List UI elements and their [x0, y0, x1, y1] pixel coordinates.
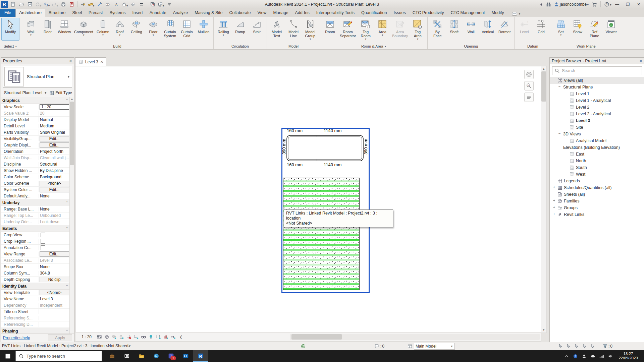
property-value[interactable]: None — [39, 194, 70, 198]
tree-item-level-1-analytical[interactable]: Level 1 - Analytical — [550, 97, 644, 104]
edit-type-button[interactable]: Edit Type — [49, 90, 72, 96]
taskbar-app-edge[interactable] — [149, 350, 164, 362]
ribbon-button-grid[interactable]: Grid — [533, 18, 549, 35]
section-icon[interactable] — [129, 0, 137, 8]
tree-item-east[interactable]: East — [550, 151, 644, 158]
restore-button[interactable]: ❐ — [623, 0, 633, 9]
ribbon-button-mullion[interactable]: Mullion — [195, 18, 212, 35]
start-button[interactable] — [0, 350, 15, 362]
ribbon-button-viewer[interactable]: Viewer — [603, 18, 620, 35]
tray-volume-icon[interactable] — [606, 350, 614, 362]
detail-level-icon[interactable] — [96, 334, 103, 340]
tray-chevron-icon[interactable] — [562, 350, 571, 362]
minimize-button[interactable]: — — [612, 0, 623, 9]
tree-item-west[interactable]: West — [550, 171, 644, 178]
zoom-2d-icon[interactable]: 2D — [524, 81, 534, 90]
property-value[interactable]: Look down — [39, 220, 70, 224]
crop-view-icon[interactable] — [125, 334, 132, 340]
ribbon-button-wall[interactable]: Wall▼ — [22, 18, 39, 37]
tab-quantification[interactable]: Quantification — [358, 9, 390, 17]
ribbon-button-shaft[interactable]: Shaft — [446, 18, 463, 35]
print-icon[interactable] — [59, 0, 67, 8]
tree-item-level-1[interactable]: Level 1 — [550, 90, 644, 97]
property-checkbox[interactable] — [41, 239, 45, 244]
file-doc-icon[interactable] — [9, 0, 17, 8]
property-edit-button[interactable]: Edit... — [40, 142, 69, 148]
collapse-left-icon[interactable] — [539, 2, 543, 7]
selection-filter[interactable]: :0 — [602, 344, 612, 349]
ribbon-button-ref-plane[interactable]: Ref Plane — [586, 18, 603, 39]
section-header-extents[interactable]: Extents⌃ — [1, 225, 70, 232]
undo-icon[interactable]: ▼ — [43, 0, 51, 8]
collapse-section-icon[interactable]: ⌃ — [66, 284, 68, 288]
section-header-phasing[interactable]: Phasing⌃ — [1, 328, 70, 334]
print-setup-icon[interactable] — [68, 0, 76, 8]
property-edit-button[interactable]: Edit... — [40, 251, 69, 257]
property-edit-button[interactable]: Edit... — [40, 136, 69, 141]
tree-item-schedules-quantities-all-[interactable]: +Schedules/Quantities (all) — [550, 184, 644, 191]
horizontal-scrollbar[interactable] — [290, 334, 540, 340]
tab-view[interactable]: View — [254, 9, 270, 17]
ribbon-button-vertical-opening[interactable]: Vertical — [479, 18, 496, 35]
browser-search-input[interactable]: Search — [552, 66, 642, 75]
canvas[interactable]: 160 mm 1140 mm 390 mm 390 mm 160 mm 1140… — [75, 66, 541, 333]
measure-icon[interactable]: ▼ — [87, 0, 95, 8]
property-edit-button[interactable]: <None> — [40, 290, 69, 295]
temporary-hide-isolate-icon[interactable] — [147, 334, 155, 340]
ribbon-panel-title[interactable]: Datum — [515, 43, 551, 49]
ribbon-button-component[interactable]: Component▼ — [73, 18, 95, 37]
expand-icon[interactable]: + — [552, 212, 556, 216]
search-binoculars-icon[interactable] — [546, 2, 551, 7]
tree-item-level-2-analytical[interactable]: Level 2 - Analytical — [550, 111, 644, 117]
thin-lines-icon[interactable] — [138, 0, 146, 8]
tab-steel[interactable]: Steel — [69, 9, 86, 17]
tree-item-3d-views[interactable]: −3D Views — [550, 131, 644, 137]
ribbon-button-curtain-grid[interactable]: Curtain Grid — [178, 18, 195, 39]
scroll-down-icon[interactable]: ▼ — [541, 327, 546, 333]
tree-item-families[interactable]: +Families — [550, 198, 644, 204]
tree-item-south[interactable]: South — [550, 164, 644, 171]
scrollbar-thumb[interactable] — [541, 71, 546, 102]
show-analytical-model-icon[interactable] — [162, 334, 169, 340]
signed-in-user[interactable]: jasoncolcombe▼ — [554, 2, 589, 7]
ribbon-button-window[interactable]: Window — [56, 18, 73, 35]
tab-architecture[interactable]: Architecture — [15, 9, 45, 17]
section-header-underlay[interactable]: Underlay⌃ — [1, 199, 70, 206]
modify-pin-icon[interactable] — [79, 0, 87, 8]
property-value[interactable]: 304.8 — [39, 271, 70, 276]
properties-close-icon[interactable]: ✕ — [69, 59, 72, 63]
property-edit-button[interactable]: Edit... — [40, 187, 69, 192]
tab-structure[interactable]: Structure — [45, 9, 69, 17]
tab-systems[interactable]: Systems — [106, 9, 129, 17]
property-value[interactable]: Unbounded — [39, 213, 70, 218]
switch-windows-icon[interactable]: ▼ — [157, 0, 165, 8]
tray-help-icon[interactable]: ? — [571, 350, 580, 362]
show-desktop-button[interactable] — [642, 350, 644, 362]
ribbon-panel-title[interactable]: Build — [21, 43, 213, 49]
taskbar-app-briefcase[interactable] — [105, 350, 119, 362]
visual-style-icon[interactable] — [103, 334, 110, 340]
collapse-icon[interactable]: − — [552, 78, 556, 82]
select-by-face-icon[interactable] — [582, 344, 588, 349]
dropdown-arrow-icon[interactable]: ▼ — [56, 5, 59, 8]
vcb-collapse-icon[interactable]: ❮ — [179, 335, 182, 339]
ribbon-button-model-line[interactable]: Model Line — [285, 18, 302, 39]
expand-icon[interactable]: + — [552, 198, 556, 202]
property-edit-button[interactable]: <none> — [40, 181, 69, 186]
collapse-icon[interactable]: − — [558, 84, 561, 88]
tab-collaborate[interactable]: Collaborate — [226, 9, 254, 17]
ribbon-button-railing[interactable]: Railing▼ — [215, 18, 232, 37]
taskbar-search-input[interactable]: Type here to search — [15, 351, 102, 361]
ribbon-button-set[interactable]: Set▼ — [552, 18, 569, 37]
property-value-input[interactable]: 1 : 20 — [40, 104, 69, 110]
properties-help-link[interactable]: Properties help — [3, 336, 30, 340]
project-browser-close-icon[interactable]: ✕ — [639, 59, 642, 63]
ribbon-panel-title[interactable]: Circulation — [214, 43, 267, 49]
editing-requests-indicator[interactable]: :0 — [374, 344, 384, 349]
dropdown-arrow-icon[interactable]: ▼ — [93, 5, 95, 8]
property-value[interactable]: Independent — [39, 303, 70, 308]
ribbon-button-floor[interactable]: Floor▼ — [145, 18, 162, 37]
vertical-scrollbar[interactable]: ▲ ▼ — [541, 66, 547, 333]
ribbon-button-room[interactable]: Room — [322, 18, 338, 35]
section-header-graphics[interactable]: Graphics⌃ — [1, 97, 70, 104]
